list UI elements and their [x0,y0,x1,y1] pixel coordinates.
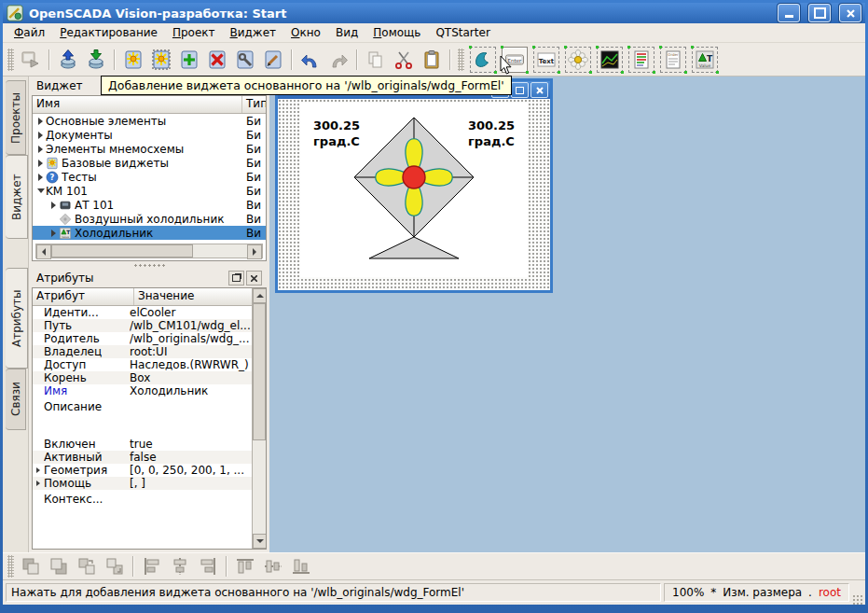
tree-column-name[interactable]: Имя [33,96,242,113]
scroll-left-button[interactable] [36,244,51,259]
tree-row[interactable]: Основные элементыБи [33,114,266,128]
align-right-button[interactable] [195,553,221,579]
tree-horizontal-scrollbar[interactable] [35,244,263,258]
widget-props-button[interactable] [232,47,258,73]
attr-row[interactable]: Описание [33,397,252,438]
scroll-up-button[interactable] [253,288,267,303]
lower-level-button[interactable] [74,553,100,579]
scrollbar-thumb[interactable] [51,244,193,258]
value-widget-button[interactable]: TValue [692,47,718,73]
tab-widget[interactable]: Виджет [6,155,28,239]
menu-widget[interactable]: Виджет [223,25,284,40]
expand-icon[interactable] [35,132,46,139]
add-widget-button[interactable] [176,47,202,73]
menu-edit[interactable]: Редактирование [52,25,165,40]
scroll-right-button[interactable] [247,244,262,259]
attr-row[interactable]: Помощь[, ] [33,477,252,490]
attr-row[interactable]: Включенtrue [33,438,252,451]
attr-row[interactable]: ИмяХолодильник [33,384,252,397]
close-button[interactable] [839,4,861,22]
text-widget-button[interactable]: Text [533,47,559,73]
expand-icon[interactable] [35,174,46,181]
expand-icon[interactable] [35,160,46,167]
paste-button[interactable] [419,47,445,73]
widget-edit-button[interactable] [260,47,286,73]
close-dock-button[interactable] [246,271,262,286]
expand-icon[interactable] [48,230,59,237]
elem-figure-widget-button[interactable] [470,47,496,73]
diagram-widget-button[interactable] [597,47,623,73]
menu-window[interactable]: Окно [283,25,328,40]
attr-row[interactable]: Родитель/wlb_originals/wdg_... [33,332,252,345]
expand-icon[interactable] [35,146,46,153]
expand-icon[interactable] [35,118,46,125]
menu-view[interactable]: Вид [328,25,365,40]
widget-edit-window[interactable]: 300.25 град.С 300.25 град.С [275,78,553,293]
attr-row[interactable]: КореньBox [33,371,252,384]
expand-icon[interactable] [33,467,44,473]
attr-row[interactable]: Иденти...elCooler [33,306,252,319]
tree-row[interactable]: ?ТестыБи [33,170,266,184]
save-db-button[interactable] [83,47,109,73]
menu-project[interactable]: Проект [165,25,223,40]
lower-widget-button[interactable] [18,553,44,579]
expand-icon[interactable] [48,202,59,209]
attributes-vertical-scrollbar[interactable] [252,288,266,549]
copy-button[interactable] [363,47,389,73]
form-element-widget-button[interactable]: Enter [502,47,528,73]
widget-canvas[interactable]: 300.25 град.С 300.25 град.С [300,103,528,277]
tree-row[interactable]: Элементы мнемосхемыБи [33,142,266,156]
resize-grip[interactable] [852,594,862,605]
menu-help[interactable]: Помощь [365,25,428,40]
tree-row[interactable]: ДокументыБи [33,128,266,142]
attr-row[interactable]: Владелецroot:UI [33,345,252,358]
attr-row[interactable]: Контекс... [33,490,252,530]
align-left-button[interactable] [139,553,165,579]
child-maximize-button[interactable] [511,82,529,98]
delete-widget-button[interactable] [204,47,230,73]
tab-links[interactable]: Связи [6,369,26,430]
widget-edit-area[interactable]: 300.25 град.С 300.25 град.С [278,99,550,290]
new-widget-lib-button[interactable] [120,47,146,73]
tab-projects[interactable]: Проекты [6,80,26,155]
align-v-center-button[interactable] [260,553,286,579]
tab-attributes[interactable]: Атрибуты [6,268,28,369]
minimize-button[interactable] [778,4,800,22]
dock-splitter[interactable] [29,261,269,269]
cut-button[interactable] [391,47,417,73]
align-top-button[interactable] [232,553,258,579]
undo-button[interactable] [297,47,324,73]
maximize-button[interactable] [808,4,831,22]
attr-row[interactable]: ДоступНаследов.(RWRWR_) [33,358,252,371]
tree-column-type[interactable]: Тип [242,96,266,113]
tree-row[interactable]: Воздушный холодильникВи [33,212,266,226]
tree-row[interactable]: KM 101Би [33,184,266,198]
attr-column-name[interactable]: Атрибут [33,288,134,305]
menu-qtstarter[interactable]: QTStarter [428,25,497,40]
scroll-down-button[interactable] [253,534,267,549]
float-dock-button[interactable] [228,271,244,286]
widget-lib-props-button[interactable] [148,47,174,73]
attr-row[interactable]: Геометрия[0, 0, 250, 200, 1, ... [33,464,252,477]
attr-column-value[interactable]: Значение [134,288,252,305]
toolbar-handle[interactable] [7,49,14,71]
align-bottom-button[interactable] [288,553,314,579]
collapse-icon[interactable] [35,188,46,193]
tree-row[interactable]: Базовые виджетыБи [33,156,266,170]
align-h-center-button[interactable] [167,553,193,579]
load-db-button[interactable] [55,47,81,73]
child-close-button[interactable] [530,82,548,98]
protocol-widget-button[interactable] [628,47,654,73]
raise-widget-button[interactable] [46,553,72,579]
scrollbar-thumb[interactable] [253,303,266,440]
document-widget-button[interactable]: Order [660,47,686,73]
media-widget-button[interactable] [565,47,591,73]
menu-file[interactable]: Файл [7,25,52,40]
redo-button[interactable] [325,47,351,73]
attr-row[interactable]: Активныйfalse [33,451,252,464]
raise-level-button[interactable] [102,553,128,579]
expand-icon[interactable] [33,481,44,486]
tree-row[interactable]: АТ 101Ви [33,198,266,212]
attr-row[interactable]: Путь/wlb_CM101/wdg_el... [33,319,252,332]
run-vision-button[interactable] [18,47,44,73]
